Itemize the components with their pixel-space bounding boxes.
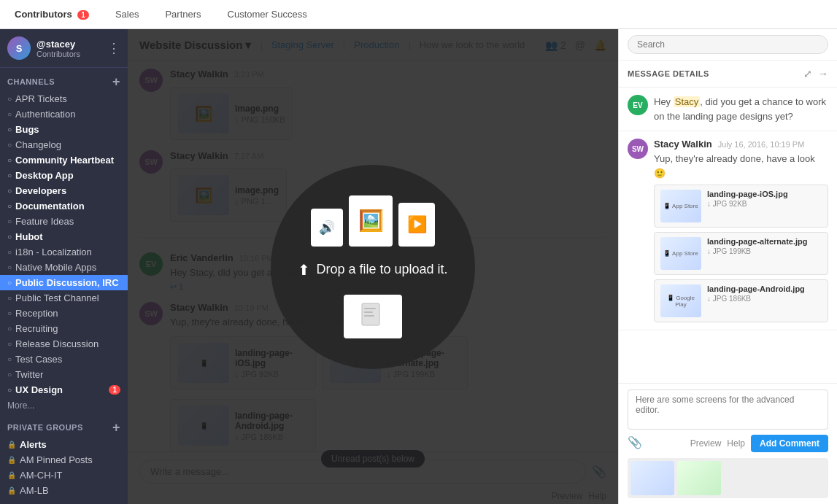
sidebar-item-apr-tickets[interactable]: ○APR Tickets [0, 91, 128, 106]
thread-reply: SW Stacy Walkin July 16, 2016, 10:19 PM … [619, 131, 837, 330]
ux-design-badge: 1 [109, 385, 120, 395]
sidebar-item-developers[interactable]: ○Developers [0, 183, 128, 198]
panel-title: MESSAGE DETAILS [628, 69, 709, 78]
nav-tab-contributors[interactable]: Contributors 1 [9, 6, 95, 23]
contributors-badge: 1 [77, 10, 89, 20]
sidebar-item-i18n[interactable]: ○i18n - Localization [0, 244, 128, 260]
image-file-icon: 🖼️ [349, 195, 393, 247]
sidebar-item-am-ch-it[interactable]: 🔒AM-CH-IT [0, 468, 128, 483]
svg-rect-1 [364, 308, 376, 309]
paperclip-icon[interactable]: 📎 [628, 435, 642, 449]
list-item[interactable]: 📱 App Store landing-page-alternate.jpg J… [654, 232, 828, 275]
list-item[interactable]: 📱 App Store landing-page-iOS.jpg JPG 92K… [654, 185, 828, 228]
sidebar-item-release-discussion[interactable]: ○Release Discussion [0, 336, 128, 352]
preview-thumbnail-2 [677, 461, 721, 495]
bottom-preview [628, 458, 828, 498]
close-icon[interactable]: → [818, 68, 828, 80]
list-item[interactable]: 📱 Google Play landing-page-Android.jpg J… [654, 279, 828, 322]
sidebar-item-ux-design[interactable]: ○UX Design1 [0, 382, 128, 398]
message-details-header: MESSAGE DETAILS ⤢ → [619, 61, 837, 88]
compose-input[interactable] [628, 389, 828, 430]
add-private-group-icon[interactable]: + [112, 421, 120, 434]
nav-tab-partners[interactable]: Partners [159, 6, 207, 23]
search-input[interactable] [628, 35, 828, 54]
sidebar-username: @stacey [36, 39, 80, 50]
svg-rect-2 [364, 311, 373, 313]
drop-overlay: 🔊 🖼️ ▶️ ⬆ Drop a file to upload it. [128, 29, 618, 504]
private-groups-header: PRIVATE GROUPS + [0, 414, 128, 437]
sidebar-item-public-discussion[interactable]: ○Public Discussion, IRC [0, 275, 128, 290]
svg-rect-3 [364, 315, 374, 317]
mention-tag: Stacy [674, 96, 701, 107]
chat-area: Website Discussion ▾ | Staging Server | … [128, 29, 618, 504]
avatar: S [7, 36, 31, 60]
sidebar-item-authentication[interactable]: ○Authentication [0, 106, 128, 122]
file-preview-icon [344, 295, 402, 338]
sidebar-item-changelog[interactable]: ○Changelog [0, 137, 128, 152]
sidebar-item-bugs[interactable]: ○Bugs [0, 122, 128, 137]
sidebar-item-test-cases[interactable]: ○Test Cases [0, 352, 128, 367]
sidebar-item-hubot[interactable]: ○Hubot [0, 229, 128, 244]
preview-thumbnail-1 [630, 461, 674, 495]
add-channel-icon[interactable]: + [112, 75, 120, 88]
nav-tab-customer-success[interactable]: Customer Success [222, 6, 313, 23]
avatar: SW [628, 139, 648, 159]
sidebar-item-alerts[interactable]: 🔒Alerts [0, 437, 128, 452]
top-nav: Contributors 1 Sales Partners Customer S… [0, 0, 837, 29]
thread-message-intro: EV Hey Stacy, did you get a chance to wo… [619, 88, 837, 131]
sidebar-team: Contributors [36, 50, 80, 58]
main-layout: S @stacey Contributors ⋮ CHANNELS + ○APR… [0, 29, 837, 504]
sidebar-item-am-pinned-posts[interactable]: 🔒AM Pinned Posts [0, 452, 128, 468]
compose-area: 📎 Preview Help Add Comment [619, 383, 837, 458]
sidebar-item-reception[interactable]: ○Reception [0, 306, 128, 321]
preview-link[interactable]: Preview [690, 438, 722, 449]
sidebar-item-desktop-app[interactable]: ○Desktop App [0, 168, 128, 183]
sidebar-item-am-lb[interactable]: 🔒AM-LB [0, 483, 128, 498]
sidebar-item-community-heartbeat[interactable]: ○Community Heartbeat [0, 152, 128, 168]
sidebar-user: S @stacey Contributors ⋮ [0, 29, 128, 68]
search-area [619, 29, 837, 61]
audio-file-icon: 🔊 [311, 209, 343, 247]
svg-rect-0 [362, 303, 379, 325]
sidebar-item-twitter[interactable]: ○Twitter [0, 367, 128, 382]
sidebar-item-documentation[interactable]: ○Documentation [0, 198, 128, 214]
video-file-icon: ▶️ [398, 203, 435, 247]
sidebar-item-public-test[interactable]: ○Public Test Channel [0, 290, 128, 306]
sidebar-item-feature-ideas[interactable]: ○Feature Ideas [0, 214, 128, 229]
add-comment-button[interactable]: Add Comment [751, 435, 828, 452]
sidebar-item-native-mobile[interactable]: ○Native Mobile Apps [0, 260, 128, 275]
help-link[interactable]: Help [727, 438, 745, 449]
right-panel: MESSAGE DETAILS ⤢ → EV Hey Stacy, did yo… [618, 29, 837, 504]
nav-tab-sales[interactable]: Sales [109, 6, 145, 23]
sidebar: S @stacey Contributors ⋮ CHANNELS + ○APR… [0, 29, 128, 504]
sidebar-item-recruiting[interactable]: ○Recruiting [0, 321, 128, 336]
expand-icon[interactable]: ⤢ [803, 68, 812, 80]
avatar: EV [628, 95, 648, 115]
more-channels-link[interactable]: More... [0, 398, 128, 414]
sidebar-user-menu-icon[interactable]: ⋮ [107, 40, 120, 56]
upload-icon: ⬆ [298, 261, 310, 279]
channels-section-header: CHANNELS + [0, 68, 128, 91]
